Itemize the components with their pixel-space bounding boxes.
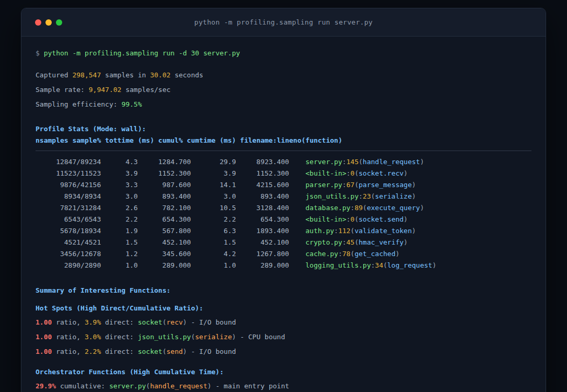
- col-tottime: 654.300: [138, 214, 191, 225]
- sample-rate-line: Sample rate: 9,947.02 samples/sec: [36, 83, 531, 97]
- minimize-button-icon[interactable]: [45, 19, 52, 26]
- col-cumtime: 452.100: [236, 237, 289, 248]
- col-sample-pct: 3.3: [101, 179, 137, 191]
- col-nsamples: 11523/11523: [36, 168, 101, 179]
- col-cumtime: 1893.400: [236, 225, 289, 237]
- col-cumul-pct: 2.2: [191, 214, 236, 225]
- col-tottime: 567.800: [138, 225, 191, 237]
- lineno: 78: [342, 250, 351, 258]
- col-cumul-pct: 6.3: [191, 225, 236, 237]
- note-text: - I/O bound: [187, 318, 236, 326]
- terminal-body[interactable]: $ python -m profiling.sampling run -d 30…: [21, 37, 546, 392]
- col-tottime: 289.000: [138, 260, 191, 271]
- ratio-value: 1.00: [36, 348, 52, 355]
- prompt-symbol: $: [36, 49, 44, 57]
- lineno: 67: [346, 181, 355, 189]
- col-cumul-pct: 1.5: [191, 237, 236, 248]
- summary-heading: Summary of Interesting Functions:: [36, 285, 531, 296]
- note-text: - CPU bound: [236, 333, 285, 341]
- col-nsamples: 9876/42156: [36, 179, 101, 191]
- lineno: 145: [346, 158, 358, 166]
- table-row: 8934/89343.0893.4003.0893.400json_utils.…: [36, 191, 531, 202]
- col-cumtime: 654.300: [236, 214, 289, 225]
- captured-mid-label: samples in: [101, 71, 150, 79]
- col-sample-pct: 2.2: [101, 214, 137, 225]
- col-location: crypto.py:45(hmac_verify): [306, 238, 408, 246]
- col-cumtime: 1267.800: [236, 248, 289, 260]
- title-bar[interactable]: python -m profiling.sampling run server.…: [21, 8, 546, 37]
- col-cumtime: 1152.300: [236, 168, 289, 179]
- col-nsamples: 12847/89234: [36, 156, 101, 168]
- captured-samples-value: 298,547: [72, 71, 101, 79]
- col-nsamples: 8934/8934: [36, 191, 101, 202]
- command-text: python -m profiling.sampling run -d 30 s…: [44, 49, 240, 57]
- col-tottime: 345.600: [138, 248, 191, 260]
- col-sample-pct: 1.2: [101, 248, 137, 260]
- captured-seconds-value: 30.02: [150, 71, 170, 79]
- close-button-icon[interactable]: [35, 19, 41, 26]
- direct-pct-value: 2.2%: [85, 348, 101, 355]
- lineno: 34: [375, 261, 384, 269]
- hot-spot-item: 1.00 ratio, 3.9% direct: socket(recv) - …: [36, 315, 531, 330]
- lineno: 45: [346, 238, 355, 246]
- note-text: - I/O bound: [187, 348, 236, 355]
- rate-label: Sample rate:: [36, 86, 89, 94]
- filename: logging_utils.py: [306, 261, 371, 269]
- method-name: recv: [167, 318, 183, 326]
- filename: auth.py: [306, 227, 334, 235]
- function-name: socket.recv: [358, 169, 403, 177]
- lineno: 89: [354, 204, 363, 212]
- cumulative-pct-value: 29.9%: [36, 382, 56, 390]
- ratio-value: 1.00: [36, 333, 52, 341]
- table-row: 12847/892344.31284.70029.98923.400server…: [36, 156, 531, 168]
- function-name: parse_message: [358, 181, 412, 189]
- table-row: 2890/28901.0289.0001.0289.000logging_uti…: [36, 260, 531, 271]
- col-cumtime: 4215.600: [236, 179, 289, 191]
- direct-pct-value: 3.9%: [85, 318, 101, 326]
- col-sample-pct: 2.6: [101, 202, 137, 214]
- filename: <built-in>: [306, 215, 346, 223]
- command-line: $ python -m profiling.sampling run -d 30…: [36, 48, 531, 59]
- col-cumtime: 893.400: [236, 191, 289, 202]
- table-row: 4521/45211.5452.1001.5452.100crypto.py:4…: [36, 237, 531, 248]
- direct-pct-value: 3.0%: [85, 333, 101, 341]
- filename: cache.py: [306, 250, 339, 258]
- col-nsamples: 4521/4521: [36, 237, 101, 248]
- table-divider: [36, 151, 531, 151]
- filename: database.py: [306, 204, 351, 212]
- function-name: get_cached: [354, 250, 395, 258]
- col-location: database.py:89(execute_query): [306, 204, 424, 212]
- col-sample-pct: 1.9: [101, 225, 137, 237]
- table-row: 3456/126781.2345.6004.21267.800cache.py:…: [36, 248, 531, 260]
- lineno: 23: [363, 192, 371, 200]
- col-tottime: 987.600: [138, 179, 191, 191]
- method-name: send: [167, 348, 183, 355]
- col-cumul-pct: 29.9: [191, 156, 236, 168]
- rate-value: 9,947.02: [89, 86, 122, 94]
- orchestrator-item: 29.9% cumulative: server.py(handle_reque…: [36, 379, 531, 392]
- table-row: 9876/421563.3987.60014.14215.600parser.p…: [36, 179, 531, 191]
- target-name: server.py: [109, 382, 146, 390]
- col-cumul-pct: 1.0: [191, 260, 236, 271]
- method-name: handle_request: [150, 382, 207, 390]
- efficiency-value: 99.5%: [121, 100, 142, 108]
- col-nsamples: 6543/6543: [36, 214, 101, 225]
- profile-stats-heading: Profile Stats (Mode: wall):: [36, 123, 531, 135]
- filename: <built-in>: [306, 169, 346, 177]
- col-tottime: 452.100: [138, 237, 191, 248]
- zoom-button-icon[interactable]: [56, 19, 62, 26]
- col-tottime: 782.100: [138, 202, 191, 214]
- efficiency-label: Sampling efficiency:: [36, 100, 121, 108]
- terminal-window: python -m profiling.sampling run server.…: [21, 8, 546, 392]
- function-name: socket.send: [358, 215, 403, 223]
- col-nsamples: 3456/12678: [36, 248, 101, 260]
- col-location: parser.py:67(parse_message): [306, 181, 416, 189]
- window-title: python -m profiling.sampling run server.…: [21, 18, 546, 26]
- efficiency-line: Sampling efficiency: 99.5%: [36, 97, 531, 112]
- window-controls: [35, 8, 62, 36]
- function-name: handle_request: [363, 158, 420, 166]
- orchestrators-heading: Orchestrator Functions (High Cumulative …: [36, 366, 531, 378]
- filename: server.py: [306, 158, 342, 166]
- lineno: 112: [338, 227, 350, 235]
- table-columns-header: nsamples sample% tottime (ms) cumul% cum…: [36, 135, 531, 146]
